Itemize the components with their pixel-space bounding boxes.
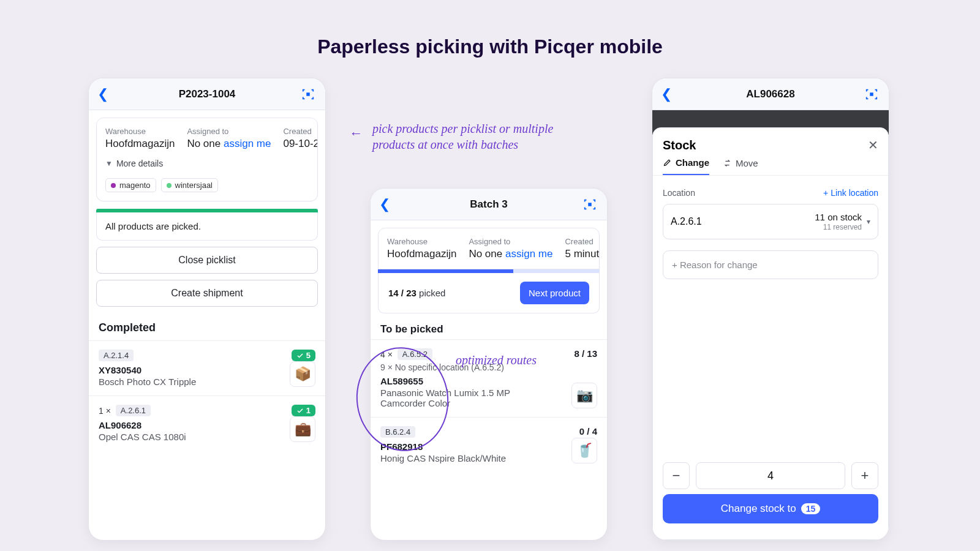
picked-badge: 5: [292, 350, 315, 361]
next-product-button[interactable]: Next product: [520, 282, 589, 304]
location-chip: B.6.2.4: [380, 426, 415, 438]
scan-icon[interactable]: [581, 196, 598, 213]
product-thumb: 📷: [571, 383, 597, 408]
product-thumb: 🥤: [571, 438, 597, 463]
annotation-batches: pick products per picklist or multiple p…: [372, 121, 581, 152]
stock-sheet: Stock ✕ Change Move Location + Link loca…: [652, 127, 889, 540]
completed-item[interactable]: 1 × A.2.6.1 1 AL906628 Opel CAS CAS 1080…: [89, 395, 325, 451]
scan-icon[interactable]: [300, 86, 317, 103]
picked-count: 14 / 23 picked: [388, 288, 445, 298]
sku: AL906628: [99, 420, 315, 430]
link-location-button[interactable]: + Link location: [823, 188, 878, 198]
reason-input[interactable]: + Reason for change: [663, 250, 878, 279]
on-stock: 11 on stock: [815, 212, 862, 222]
assign-me-link[interactable]: assign me: [505, 248, 552, 260]
completed-title: Completed: [99, 321, 315, 334]
close-icon[interactable]: ✕: [868, 138, 878, 152]
picked-badge: 1: [292, 405, 315, 416]
product-name: Opel CAS CAS 1080i: [99, 432, 270, 442]
created-value: 09-10-2: [283, 138, 318, 150]
close-picklist-button[interactable]: Close picklist: [96, 247, 318, 274]
annotation-routes: optimized routes: [456, 352, 590, 368]
progress-bar: [378, 269, 600, 273]
nav-title: Batch 3: [470, 198, 507, 211]
nav-title: AL906628: [746, 88, 794, 100]
assigned-value: No one assign me: [469, 248, 552, 260]
location-label: Location: [663, 188, 695, 198]
location-value: A.2.6.1: [671, 216, 702, 227]
assigned-label: Assigned to: [187, 127, 271, 136]
back-button[interactable]: ❮: [97, 86, 108, 102]
svg-rect-2: [870, 92, 873, 96]
change-count-badge: 15: [801, 503, 821, 514]
decrement-button[interactable]: −: [663, 462, 690, 489]
tags-row: magento wintersjaal: [105, 178, 309, 192]
warehouse-value: Hoofdmagazijn: [387, 248, 456, 260]
assigned-label: Assigned to: [469, 237, 552, 246]
chevron-down-icon: ▼: [105, 159, 113, 168]
tag-wintersjaal[interactable]: wintersjaal: [161, 178, 218, 192]
scan-icon[interactable]: [863, 86, 880, 103]
product-name: Panasonic Watch Lumix 1.5 MP Camcorder C…: [380, 388, 552, 408]
location-chip: A.2.6.1: [116, 405, 151, 416]
arrow-icon: →: [349, 126, 363, 141]
phone-stock: ❮ AL906628 Stock ✕ Change Move: [652, 78, 889, 541]
more-details-toggle[interactable]: ▼ More details: [105, 159, 309, 168]
increment-button[interactable]: +: [851, 462, 878, 489]
to-be-picked-title: To be picked: [380, 323, 597, 335]
product-thumb: 📦: [290, 361, 315, 387]
location-chip: A.2.1.4: [99, 350, 134, 361]
tab-change[interactable]: Change: [663, 157, 709, 175]
meta-card: Warehouse Hoofdmagazijn Assigned to No o…: [96, 118, 318, 201]
sku: PF682918: [380, 441, 597, 452]
nav-title: P2023-1004: [179, 88, 236, 100]
ratio: 0 / 4: [579, 426, 597, 437]
svg-rect-0: [306, 92, 310, 96]
dot-icon: [167, 183, 172, 188]
create-shipment-button[interactable]: Create shipment: [96, 280, 318, 307]
created-label: Created: [565, 237, 599, 246]
reserved: 11 reserved: [815, 223, 862, 231]
created-label: Created: [283, 127, 318, 136]
back-button[interactable]: ❮: [661, 86, 672, 102]
stepper-value[interactable]: 4: [696, 462, 845, 489]
sku: AL589655: [380, 376, 597, 386]
nav-bar: ❮ Batch 3: [371, 189, 607, 220]
page-title: Paperless picking with Picqer mobile: [0, 0, 980, 78]
pick-item[interactable]: B.6.2.4 0 / 4 PF682918 Honig CAS Nspire …: [371, 417, 607, 472]
svg-rect-1: [588, 203, 592, 206]
location-select[interactable]: A.2.6.1 11 on stock 11 reserved ▾: [663, 204, 878, 239]
assigned-value: No one assign me: [187, 138, 271, 150]
qty-prefix: 4 ×: [380, 350, 393, 359]
nav-bar: ❮ AL906628: [652, 78, 889, 110]
swap-icon: [723, 159, 732, 168]
warehouse-value: Hoofdmagazijn: [105, 138, 175, 150]
tag-magento[interactable]: magento: [105, 178, 156, 192]
created-value: 5 minut: [565, 248, 599, 260]
nav-bar: ❮ P2023-1004: [89, 78, 325, 110]
pick-item[interactable]: 4 × A.6.5.2 8 / 13 9 × No specific locat…: [371, 339, 607, 417]
pencil-icon: [663, 158, 672, 167]
assign-me-link[interactable]: assign me: [224, 138, 271, 149]
change-stock-button[interactable]: Change stock to 15: [663, 494, 878, 523]
phone-picklist: ❮ P2023-1004 Warehouse Hoofdmagazijn Ass…: [88, 78, 326, 541]
sheet-title: Stock: [663, 138, 696, 152]
done-message: All products are picked.: [96, 212, 318, 241]
sku: XY830540: [99, 365, 315, 375]
meta-card: Warehouse Hoofdmagazijn Assigned to No o…: [378, 228, 600, 269]
dot-icon: [111, 183, 116, 188]
chevron-down-icon: ▾: [867, 217, 870, 226]
location-chip: A.6.5.2: [398, 348, 432, 360]
product-thumb: 💼: [290, 416, 315, 442]
warehouse-label: Warehouse: [105, 127, 175, 136]
warehouse-label: Warehouse: [387, 237, 456, 246]
completed-item[interactable]: A.2.1.4 5 XY830540 Bosch Photo CX Trippl…: [89, 340, 325, 395]
pick-status: 14 / 23 picked Next product: [378, 273, 600, 313]
product-name: Honig CAS Nspire Black/White: [380, 453, 552, 463]
tab-move[interactable]: Move: [723, 157, 758, 175]
back-button[interactable]: ❮: [379, 197, 390, 212]
product-name: Bosch Photo CX Tripple: [99, 377, 270, 387]
qty-prefix: 1 ×: [99, 406, 111, 416]
